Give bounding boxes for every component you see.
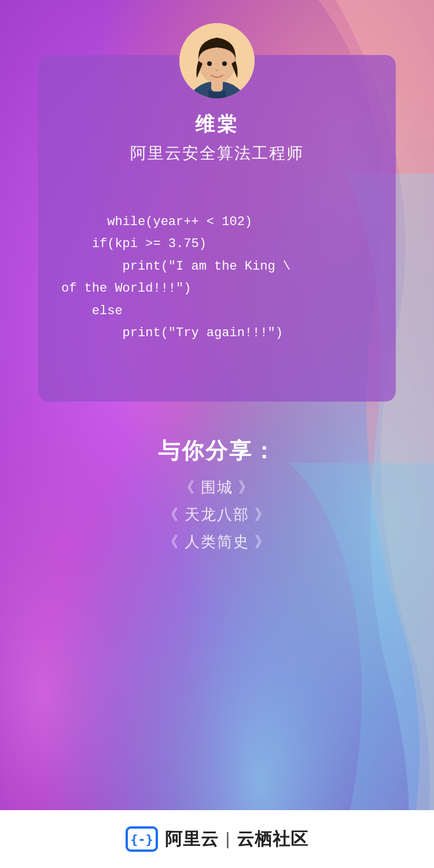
code-block: while(year++ < 102) if(kpi >= 3.75) prin… bbox=[61, 189, 373, 367]
share-title: 与你分享： bbox=[158, 436, 277, 466]
person-title: 阿里云安全算法工程师 bbox=[130, 142, 304, 164]
book-list: 《 围城 》 《 天龙八部 》 《 人类简史 》 bbox=[163, 477, 271, 552]
share-section: 与你分享： 《 围城 》 《 天龙八部 》 《 人类简史 》 bbox=[0, 436, 434, 552]
content-wrapper: 维棠 阿里云安全算法工程师 while(year++ < 102) if(kpi… bbox=[0, 0, 434, 868]
svg-point-9 bbox=[207, 61, 212, 66]
code-line-1: while(year++ < 102) if(kpi >= 3.75) prin… bbox=[61, 215, 290, 341]
book-item-1: 《 围城 》 bbox=[179, 477, 255, 498]
book-item-3: 《 人类简史 》 bbox=[163, 532, 271, 552]
book-item-2: 《 天龙八部 》 bbox=[163, 505, 271, 525]
profile-card: 维棠 阿里云安全算法工程师 while(year++ < 102) if(kpi… bbox=[38, 55, 396, 402]
svg-point-10 bbox=[222, 61, 227, 66]
avatar bbox=[179, 23, 255, 98]
person-name: 维棠 bbox=[195, 111, 239, 138]
